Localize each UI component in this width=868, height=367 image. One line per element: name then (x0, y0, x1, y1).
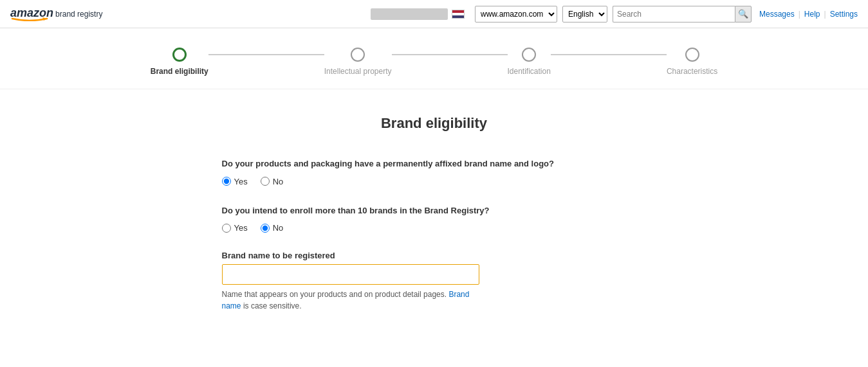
search-button[interactable]: 🔍 (735, 6, 752, 22)
step-label-2: Intellectual property (324, 67, 392, 76)
progress-steps: Brand eligibility Intellectual property … (151, 48, 718, 76)
question1-text: Do your products and packaging have a pe… (222, 157, 647, 170)
question1-no-option[interactable]: No (261, 177, 284, 186)
language-select[interactable]: English (562, 6, 607, 22)
question2-no-radio[interactable] (261, 224, 270, 233)
connector-2 (392, 54, 508, 55)
step-intellectual-property: Intellectual property (324, 48, 392, 76)
logo: amazon brand registry (10, 6, 102, 21)
step-circle-4 (685, 48, 699, 62)
nav-sep-1: | (799, 10, 800, 19)
question1-section: Do your products and packaging have a pe… (222, 157, 647, 186)
user-area: ████ █ ████ ██ (371, 8, 470, 20)
brand-name-section: Brand name to be registered Name that ap… (222, 251, 647, 312)
question1-yes-radio[interactable] (222, 177, 231, 186)
connector-1 (208, 54, 324, 55)
question1-no-label: No (273, 177, 284, 186)
question2-no-label: No (273, 223, 284, 233)
step-circle-2 (351, 48, 365, 62)
hint-rest-text: is case sensitive. (243, 301, 302, 310)
brand-name-hint: Name that appears on your products and o… (222, 289, 479, 312)
brand-name-label: Brand name to be registered (222, 251, 647, 260)
question2-radio-group: Yes No (222, 223, 647, 233)
step-characteristics: Characteristics (667, 48, 717, 76)
page-header: amazon brand registry ████ █ ████ ██ www… (0, 0, 868, 28)
brand-name-input[interactable] (222, 264, 479, 285)
step-circle-3 (522, 48, 536, 62)
question2-yes-radio[interactable] (222, 224, 231, 233)
flag-icon (452, 10, 465, 19)
question1-no-radio[interactable] (261, 177, 270, 186)
question1-radio-group: Yes No (222, 177, 647, 186)
question2-no-option[interactable]: No (261, 223, 284, 233)
step-label-4: Characteristics (667, 67, 717, 76)
step-circle-1 (172, 48, 187, 62)
progress-section: Brand eligibility Intellectual property … (0, 28, 868, 89)
hint-main-text: Name that appears on your products and o… (222, 290, 447, 299)
nav-sep-2: | (824, 10, 826, 19)
page-title: Brand eligibility (222, 115, 647, 132)
question2-text: Do you intend to enroll more than 10 bra… (222, 204, 647, 217)
main-content: Brand eligibility Do your products and p… (209, 89, 660, 355)
header-nav: Messages | Help | Settings (759, 10, 858, 19)
search-wrap: 🔍 (613, 6, 752, 22)
question1-yes-label: Yes (234, 177, 248, 186)
messages-link[interactable]: Messages (759, 10, 795, 19)
question2-yes-label: Yes (234, 223, 248, 233)
settings-link[interactable]: Settings (830, 10, 858, 19)
step-identification: Identification (508, 48, 551, 76)
step-label-1: Brand eligibility (151, 67, 208, 76)
marketplace-select[interactable]: www.amazon.com (475, 6, 557, 22)
help-link[interactable]: Help (804, 10, 820, 19)
amazon-wordmark: amazon (10, 6, 53, 21)
question2-yes-option[interactable]: Yes (222, 223, 248, 233)
question1-yes-option[interactable]: Yes (222, 177, 248, 186)
search-input[interactable] (613, 6, 735, 22)
step-brand-eligibility: Brand eligibility (151, 48, 208, 76)
connector-3 (551, 54, 667, 55)
question2-section: Do you intend to enroll more than 10 bra… (222, 204, 647, 233)
user-name: ████ █ ████ ██ (371, 8, 448, 20)
step-label-3: Identification (508, 67, 551, 76)
brand-registry-wordmark: brand registry (55, 10, 102, 19)
